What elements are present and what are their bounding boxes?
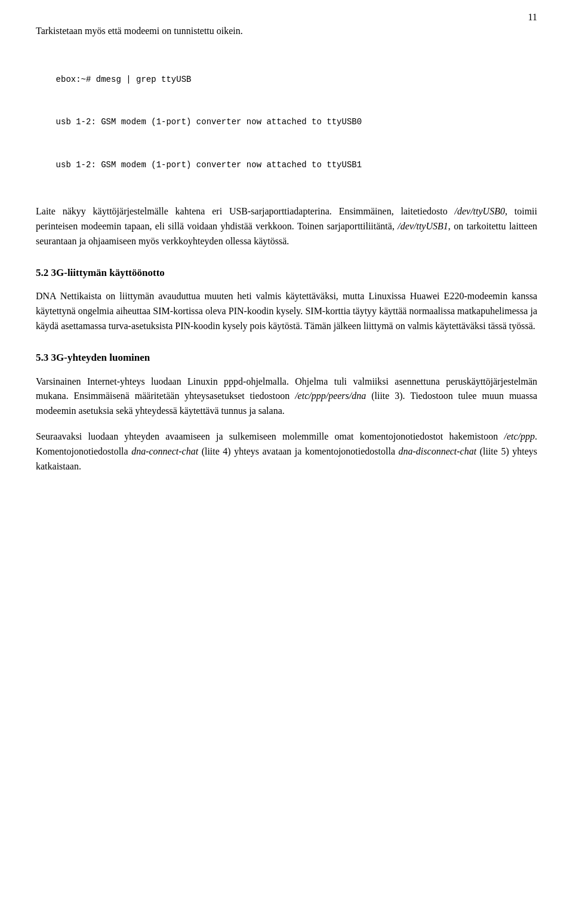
section-53-para1: Varsinainen Internet-yhteys luodaan Linu…: [36, 374, 537, 419]
intro-paragraph: Tarkistetaan myös että modeemi on tunnis…: [36, 24, 537, 38]
paragraph-1: Laite näkyy käyttöjärjestelmälle kahtena…: [36, 204, 537, 248]
dna-disconnect-chat: dna-disconnect-chat: [399, 446, 477, 456]
dna-connect-chat: dna-connect-chat: [131, 446, 198, 456]
section-53-para2: Seuraavaksi luodaan yhteyden avaamiseen …: [36, 429, 537, 474]
dev-ttyusb1: /dev/ttyUSB1: [398, 221, 448, 231]
code-prompt: ebox:~# dmesg | grep ttyUSB: [56, 75, 192, 84]
dev-ttyusb0: /dev/ttyUSB0: [455, 206, 505, 216]
page: 11 Tarkistetaan myös että modeemi on tun…: [0, 0, 573, 924]
section-53-heading: 5.3 3G-yhteyden luominen: [36, 351, 537, 365]
section-52-para1: DNA Nettikaista on liittymän avauduttua …: [36, 289, 537, 333]
code-block: ebox:~# dmesg | grep ttyUSB usb 1-2: GSM…: [36, 53, 537, 192]
section-52-heading: 5.2 3G-liittymän käyttöönotto: [36, 266, 537, 280]
code-line-1: usb 1-2: GSM modem (1-port) converter no…: [56, 117, 362, 127]
peers-dna-path: /etc/ppp/peers/dna: [295, 391, 366, 401]
page-number: 11: [528, 12, 537, 23]
code-line-2: usb 1-2: GSM modem (1-port) converter no…: [56, 160, 362, 170]
etc-ppp-path: /etc/ppp: [504, 431, 535, 441]
